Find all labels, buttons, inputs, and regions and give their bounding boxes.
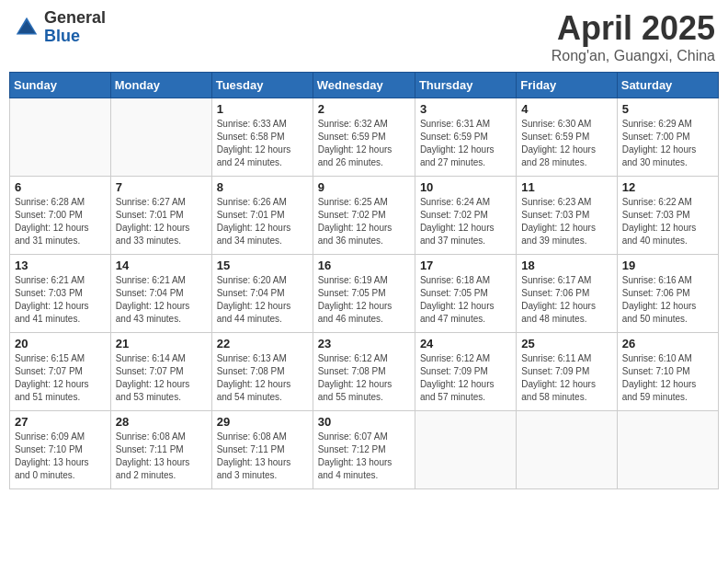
calendar-day-cell: 28Sunrise: 6:08 AM Sunset: 7:11 PM Dayli… [110,411,211,489]
day-number: 21 [116,337,207,350]
day-info: Sunrise: 6:14 AM Sunset: 7:07 PM Dayligh… [116,352,207,404]
calendar-day-cell: 23Sunrise: 6:12 AM Sunset: 7:08 PM Dayli… [313,333,415,411]
day-info: Sunrise: 6:13 AM Sunset: 7:08 PM Dayligh… [217,352,308,404]
calendar-week-row: 27Sunrise: 6:09 AM Sunset: 7:10 PM Dayli… [10,411,719,489]
calendar-table: SundayMondayTuesdayWednesdayThursdayFrid… [9,72,719,489]
calendar-day-cell: 6Sunrise: 6:28 AM Sunset: 7:00 PM Daylig… [10,177,111,255]
calendar-day-cell: 2Sunrise: 6:32 AM Sunset: 6:59 PM Daylig… [313,98,415,177]
logo-blue-text: Blue [44,28,106,46]
calendar-day-cell: 19Sunrise: 6:16 AM Sunset: 7:06 PM Dayli… [617,255,718,333]
calendar-day-cell [415,411,516,489]
day-number: 10 [420,180,511,194]
day-number: 15 [217,259,308,272]
calendar-day-cell: 18Sunrise: 6:17 AM Sunset: 7:06 PM Dayli… [517,255,617,333]
weekday-header-wednesday: Wednesday [313,73,415,98]
weekday-header-row: SundayMondayTuesdayWednesdayThursdayFrid… [10,73,719,98]
calendar-day-cell: 4Sunrise: 6:30 AM Sunset: 6:59 PM Daylig… [517,98,617,177]
calendar-day-cell: 20Sunrise: 6:15 AM Sunset: 7:07 PM Dayli… [10,333,111,411]
calendar-day-cell: 16Sunrise: 6:19 AM Sunset: 7:05 PM Dayli… [313,255,415,333]
day-number: 16 [318,259,410,272]
generalblue-logo-icon [13,14,40,41]
calendar-day-cell: 5Sunrise: 6:29 AM Sunset: 7:00 PM Daylig… [617,98,718,177]
day-info: Sunrise: 6:25 AM Sunset: 7:02 PM Dayligh… [318,196,410,247]
day-info: Sunrise: 6:32 AM Sunset: 6:59 PM Dayligh… [318,118,410,169]
day-number: 22 [217,337,308,350]
day-number: 6 [15,180,106,194]
day-number: 2 [318,102,410,116]
calendar-day-cell: 7Sunrise: 6:27 AM Sunset: 7:01 PM Daylig… [110,177,211,255]
day-info: Sunrise: 6:22 AM Sunset: 7:03 PM Dayligh… [622,196,713,247]
weekday-header-friday: Friday [517,73,617,98]
location: Rong'an, Guangxi, China [552,48,715,64]
calendar-day-cell: 1Sunrise: 6:33 AM Sunset: 6:58 PM Daylig… [211,98,313,177]
day-info: Sunrise: 6:33 AM Sunset: 6:58 PM Dayligh… [217,118,308,169]
day-number: 8 [217,180,308,194]
calendar-week-row: 13Sunrise: 6:21 AM Sunset: 7:03 PM Dayli… [10,255,719,333]
day-number: 4 [521,102,611,116]
day-number: 27 [15,415,106,429]
calendar-day-cell: 11Sunrise: 6:23 AM Sunset: 7:03 PM Dayli… [517,177,617,255]
calendar-day-cell: 15Sunrise: 6:20 AM Sunset: 7:04 PM Dayli… [211,255,313,333]
day-number: 9 [318,180,410,194]
calendar-day-cell: 30Sunrise: 6:07 AM Sunset: 7:12 PM Dayli… [313,411,415,489]
day-number: 19 [622,259,713,272]
day-number: 28 [116,415,207,429]
day-info: Sunrise: 6:21 AM Sunset: 7:03 PM Dayligh… [15,274,106,326]
calendar-day-cell: 13Sunrise: 6:21 AM Sunset: 7:03 PM Dayli… [10,255,111,333]
calendar-day-cell: 22Sunrise: 6:13 AM Sunset: 7:08 PM Dayli… [211,333,313,411]
day-info: Sunrise: 6:19 AM Sunset: 7:05 PM Dayligh… [318,274,410,326]
calendar-day-cell [617,411,718,489]
day-info: Sunrise: 6:16 AM Sunset: 7:06 PM Dayligh… [622,274,713,326]
weekday-header-sunday: Sunday [10,73,111,98]
day-info: Sunrise: 6:09 AM Sunset: 7:10 PM Dayligh… [15,431,106,482]
day-info: Sunrise: 6:12 AM Sunset: 7:08 PM Dayligh… [318,352,410,404]
day-info: Sunrise: 6:20 AM Sunset: 7:04 PM Dayligh… [217,274,308,326]
day-info: Sunrise: 6:21 AM Sunset: 7:04 PM Dayligh… [116,274,207,326]
calendar-day-cell: 10Sunrise: 6:24 AM Sunset: 7:02 PM Dayli… [415,177,516,255]
day-info: Sunrise: 6:11 AM Sunset: 7:09 PM Dayligh… [521,352,611,404]
calendar-day-cell [10,98,111,177]
day-number: 13 [15,259,106,272]
calendar-day-cell: 21Sunrise: 6:14 AM Sunset: 7:07 PM Dayli… [110,333,211,411]
day-number: 23 [318,337,410,350]
day-info: Sunrise: 6:23 AM Sunset: 7:03 PM Dayligh… [521,196,611,247]
day-number: 18 [521,259,611,272]
day-number: 26 [622,337,713,350]
calendar-day-cell: 3Sunrise: 6:31 AM Sunset: 6:59 PM Daylig… [415,98,516,177]
day-number: 7 [116,180,207,194]
day-number: 29 [217,415,308,429]
day-info: Sunrise: 6:29 AM Sunset: 7:00 PM Dayligh… [622,118,713,169]
day-number: 12 [622,180,713,194]
calendar-day-cell: 8Sunrise: 6:26 AM Sunset: 7:01 PM Daylig… [211,177,313,255]
calendar-day-cell [110,98,211,177]
calendar-week-row: 20Sunrise: 6:15 AM Sunset: 7:07 PM Dayli… [10,333,719,411]
day-number: 20 [15,337,106,350]
day-info: Sunrise: 6:24 AM Sunset: 7:02 PM Dayligh… [420,196,511,247]
day-number: 1 [217,102,308,116]
day-info: Sunrise: 6:31 AM Sunset: 6:59 PM Dayligh… [420,118,511,169]
logo: General Blue [13,9,106,46]
day-info: Sunrise: 6:30 AM Sunset: 6:59 PM Dayligh… [521,118,611,169]
header: General Blue April 2025 Rong'an, Guangxi… [9,9,719,64]
day-number: 11 [521,180,611,194]
title-area: April 2025 Rong'an, Guangxi, China [552,9,715,64]
calendar-day-cell: 17Sunrise: 6:18 AM Sunset: 7:05 PM Dayli… [415,255,516,333]
calendar-week-row: 6Sunrise: 6:28 AM Sunset: 7:00 PM Daylig… [10,177,719,255]
day-number: 30 [318,415,410,429]
day-info: Sunrise: 6:10 AM Sunset: 7:10 PM Dayligh… [622,352,713,404]
weekday-header-saturday: Saturday [617,73,718,98]
day-info: Sunrise: 6:28 AM Sunset: 7:00 PM Dayligh… [15,196,106,247]
calendar-week-row: 1Sunrise: 6:33 AM Sunset: 6:58 PM Daylig… [10,98,719,177]
weekday-header-thursday: Thursday [415,73,516,98]
day-info: Sunrise: 6:12 AM Sunset: 7:09 PM Dayligh… [420,352,511,404]
day-info: Sunrise: 6:07 AM Sunset: 7:12 PM Dayligh… [318,431,410,482]
weekday-header-tuesday: Tuesday [211,73,313,98]
calendar-day-cell: 27Sunrise: 6:09 AM Sunset: 7:10 PM Dayli… [10,411,111,489]
calendar-day-cell [517,411,617,489]
weekday-header-monday: Monday [110,73,211,98]
day-number: 3 [420,102,511,116]
month-title: April 2025 [552,9,715,48]
day-number: 17 [420,259,511,272]
calendar-day-cell: 25Sunrise: 6:11 AM Sunset: 7:09 PM Dayli… [517,333,617,411]
day-number: 24 [420,337,511,350]
